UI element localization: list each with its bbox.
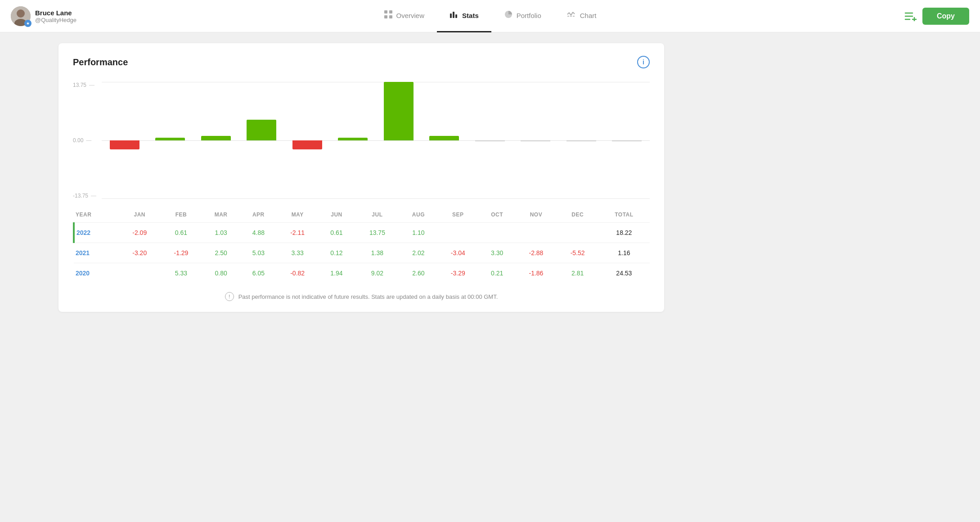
bar-col-sep <box>467 82 513 199</box>
bar-col-dec <box>604 82 650 199</box>
cell-2021-may: 3.33 <box>277 243 318 263</box>
bar-col-jun <box>330 82 376 199</box>
table-body: 2022-2.090.611.034.88-2.110.6113.751.101… <box>74 223 650 284</box>
bar-positive-jun <box>338 138 368 140</box>
header: ★ Bruce Lane @QualityHedge Overview Stat… <box>0 0 980 32</box>
cell-2021-nov: -2.88 <box>515 243 557 263</box>
y-dash-bot: — <box>91 193 96 199</box>
year-link-2020[interactable]: 2020 <box>76 270 90 277</box>
y-label-bot: -13.75 <box>73 193 88 199</box>
cell-2022-aug: 1.10 <box>400 223 437 243</box>
tab-overview[interactable]: Overview <box>371 0 437 32</box>
cell-2021-oct: 3.30 <box>479 243 515 263</box>
cell-2020-aug: 2.60 <box>400 263 437 284</box>
cell-2021-dec: -5.52 <box>557 243 598 263</box>
year-link-2022[interactable]: 2022 <box>76 229 90 236</box>
bar-positive-mar <box>201 136 231 140</box>
avatar: ★ <box>11 6 31 26</box>
disclaimer-icon: ! <box>225 292 234 301</box>
disclaimer: ! Past performance is not indicative of … <box>73 292 650 301</box>
bar-positive-apr <box>247 120 276 140</box>
card-title-row: Performance i <box>73 56 650 68</box>
tab-stats[interactable]: Stats <box>437 0 491 32</box>
user-info: Bruce Lane @QualityHedge <box>35 9 76 23</box>
cell-2021-jan: -3.20 <box>119 243 160 263</box>
y-label-top: 13.75 <box>73 82 86 88</box>
cell-2022-jan: -2.09 <box>119 223 160 243</box>
stats-icon <box>450 10 459 21</box>
table-row: 2021-3.20-1.292.505.033.330.121.382.02-3… <box>74 243 650 263</box>
col-jan: JAN <box>119 207 160 223</box>
year-link-2021[interactable]: 2021 <box>76 249 90 256</box>
bar-zero-nov <box>566 140 596 141</box>
col-oct: OCT <box>479 207 515 223</box>
portfolio-icon <box>504 10 513 21</box>
bar-zero-sep <box>475 140 505 141</box>
cell-2022-oct <box>479 223 515 243</box>
cell-total-2020: 24.53 <box>598 263 650 284</box>
bar-zero-oct <box>521 140 550 141</box>
svg-rect-4 <box>389 10 392 14</box>
bar-col-jul <box>376 82 422 199</box>
header-actions: Copy <box>888 8 969 25</box>
svg-line-12 <box>571 12 573 15</box>
bar-col-nov <box>558 82 604 199</box>
cell-2021-apr: 5.03 <box>240 243 277 263</box>
bar-col-feb <box>148 82 193 199</box>
cell-2020-feb: 5.33 <box>160 263 202 284</box>
cell-2022-nov <box>515 223 557 243</box>
table-header-row: YEAR JAN FEB MAR APR MAY JUN JUL AUG SEP… <box>74 207 650 223</box>
cell-2020-apr: 6.05 <box>240 263 277 284</box>
cell-2020-jan <box>119 263 160 284</box>
cell-2020-oct: 0.21 <box>479 263 515 284</box>
nav-tabs: Overview Stats Portfolio <box>92 0 888 32</box>
user-name: Bruce Lane <box>35 9 76 17</box>
star-badge: ★ <box>24 20 31 27</box>
table-row: 20205.330.806.05-0.821.949.022.60-3.290.… <box>74 263 650 284</box>
copy-button[interactable]: Copy <box>922 8 969 25</box>
svg-rect-6 <box>389 15 392 18</box>
cell-2020-mar: 0.80 <box>202 263 240 284</box>
bars-row <box>102 82 650 199</box>
bar-negative-may <box>292 140 322 149</box>
col-aug: AUG <box>400 207 437 223</box>
add-list-button[interactable] <box>904 11 917 21</box>
svg-rect-3 <box>384 10 387 14</box>
cell-2020-nov: -1.86 <box>515 263 557 284</box>
col-sep: SEP <box>437 207 479 223</box>
col-feb: FEB <box>160 207 202 223</box>
user-profile: ★ Bruce Lane @QualityHedge <box>11 6 92 26</box>
user-handle: @QualityHedge <box>35 17 76 23</box>
cell-2021-jun: 0.12 <box>318 243 355 263</box>
cell-2020-jul: 9.02 <box>355 263 400 284</box>
info-icon[interactable]: i <box>637 56 650 68</box>
bar-positive-aug <box>429 136 459 140</box>
tab-chart[interactable]: Chart <box>554 0 609 32</box>
bar-positive-feb <box>155 138 185 140</box>
overview-icon <box>384 10 393 21</box>
col-jul: JUL <box>355 207 400 223</box>
cell-2022-feb: 0.61 <box>160 223 202 243</box>
svg-line-13 <box>573 12 575 14</box>
bar-zero-dec <box>612 140 642 141</box>
y-label-mid: 0.00 <box>73 137 83 144</box>
chart-area <box>102 77 650 203</box>
disclaimer-text: Past performance is not indicative of fu… <box>238 293 498 300</box>
col-total: TOTAL <box>598 207 650 223</box>
bar-col-aug <box>422 82 468 199</box>
main-content: Performance i 13.75 — 0.00 — -13.75 — <box>0 32 675 323</box>
cell-2020-dec: 2.81 <box>557 263 598 284</box>
cell-total-2021: 1.16 <box>598 243 650 263</box>
col-dec: DEC <box>557 207 598 223</box>
cell-2021-feb: -1.29 <box>160 243 202 263</box>
svg-rect-8 <box>453 12 454 18</box>
tab-portfolio[interactable]: Portfolio <box>491 0 554 32</box>
y-dash-top: — <box>89 82 94 88</box>
col-apr: APR <box>240 207 277 223</box>
cell-2022-apr: 4.88 <box>240 223 277 243</box>
cell-2021-aug: 2.02 <box>400 243 437 263</box>
svg-rect-9 <box>455 14 457 18</box>
cell-2021-mar: 2.50 <box>202 243 240 263</box>
table-row: 2022-2.090.611.034.88-2.110.6113.751.101… <box>74 223 650 243</box>
col-year: YEAR <box>74 207 119 223</box>
